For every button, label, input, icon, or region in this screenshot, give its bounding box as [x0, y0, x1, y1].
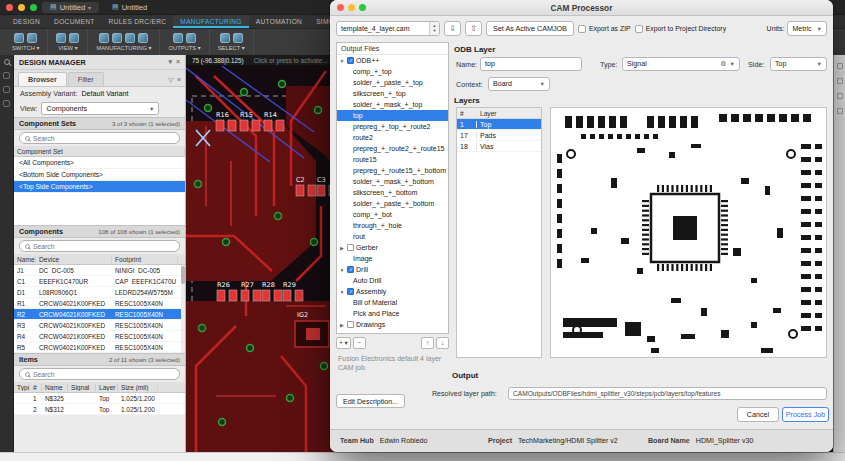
checkbox-box[interactable]	[635, 25, 643, 33]
tree-item-auto-drill[interactable]: Auto Drill	[337, 275, 448, 286]
tree-item-route15[interactable]: route15	[337, 154, 448, 165]
components-search-input[interactable]	[33, 243, 174, 250]
edit-description-button[interactable]: Edit Description...	[336, 394, 405, 408]
panel-icon[interactable]	[3, 86, 10, 93]
list-item[interactable]: 2N$312Top1.025/1.200	[14, 404, 185, 415]
checkbox[interactable]	[347, 57, 354, 64]
tree-item-solder-paste-bottom[interactable]: solder_+_paste_+_bottom	[337, 198, 448, 209]
tool-icon[interactable]	[27, 33, 37, 43]
menu-tab-design[interactable]: DESIGN	[6, 15, 47, 28]
gear-icon[interactable]: ⚙	[720, 60, 726, 68]
tree-item-assembly[interactable]: ▼Assembly	[337, 286, 448, 297]
search-icon[interactable]	[4, 59, 10, 65]
side-select[interactable]: Top ▼	[770, 57, 827, 71]
tree-item-prepreg-route15-bottom[interactable]: prepreg_+_route15_+_bottom	[337, 165, 448, 176]
component-set-column[interactable]: Component Set	[14, 148, 185, 155]
dialog-close-button[interactable]	[337, 4, 344, 11]
tool-icon[interactable]	[125, 33, 135, 43]
load-camjob-button[interactable]: ⇩	[444, 21, 461, 36]
component-set-row[interactable]: <All Components>	[14, 157, 185, 169]
dialog-zoom-button[interactable]	[359, 4, 366, 11]
set-active-camjob-button[interactable]: Set As Active CAMJOB	[486, 21, 574, 36]
tool-icon[interactable]	[112, 33, 122, 43]
tool-icon[interactable]	[99, 33, 109, 43]
column-header-signal[interactable]: Signal	[68, 384, 96, 391]
checkbox[interactable]	[347, 266, 354, 273]
items-search[interactable]	[19, 368, 180, 380]
panel-icon[interactable]	[837, 108, 843, 114]
tool-icon[interactable]	[14, 33, 24, 43]
pin-icon[interactable]: ≡	[177, 76, 181, 84]
cancel-button[interactable]: Cancel	[737, 407, 779, 422]
tool-icon[interactable]	[173, 33, 183, 43]
table-row[interactable]: R4CRCW04021K00FKEDRESC1005X40N	[14, 331, 185, 342]
export-zip-checkbox[interactable]: Export as ZIP	[578, 25, 631, 33]
table-row[interactable]: D1L08R0906Q1LEDRD254W5755M	[14, 287, 185, 298]
filter-icon[interactable]: ▽	[168, 76, 173, 84]
add-output-button[interactable]: + ▾	[336, 337, 351, 349]
checkbox[interactable]	[347, 321, 354, 328]
tree-item-comp-bot[interactable]: comp_+_bot	[337, 209, 448, 220]
column-header-layer[interactable]: Layer	[96, 384, 118, 391]
checkbox[interactable]	[347, 288, 354, 295]
tree-item-through-hole[interactable]: through_+_hole	[337, 220, 448, 231]
dialog-minimize-button[interactable]	[348, 4, 355, 11]
type-select[interactable]: Signal ⚙ ▼	[622, 57, 740, 71]
expander-icon[interactable]: ▶	[339, 322, 345, 328]
column-header-name[interactable]: Name	[14, 256, 36, 263]
tree-item-bill-of-material[interactable]: Bill of Material	[337, 297, 448, 308]
move-down-button[interactable]: ↓	[436, 337, 449, 349]
document-tab-1[interactable]: ▤ Untitled ▾	[42, 2, 99, 13]
dock-panel-icon[interactable]: ▾	[168, 58, 172, 66]
command-hint[interactable]: Click or press to activate...	[254, 57, 328, 64]
menu-tab-manufacturing[interactable]: MANUFACTURING	[173, 15, 248, 28]
column-header-device[interactable]: Device	[36, 256, 112, 263]
expander-icon[interactable]: ▼	[339, 289, 345, 295]
close-panel-icon[interactable]: ×	[176, 58, 180, 66]
chevron-down-icon[interactable]: ▾	[88, 4, 91, 11]
component-set-row[interactable]: <Top Side Components>	[14, 181, 185, 193]
scrollbar[interactable]	[181, 265, 185, 353]
expander-icon[interactable]: ▼	[339, 58, 345, 64]
tool-icon[interactable]	[138, 33, 148, 43]
context-select[interactable]: Board ▼	[488, 77, 550, 91]
tree-item-solder-paste-top[interactable]: solder_+_paste_+_top	[337, 77, 448, 88]
table-row[interactable]: R2CRCW04021K00FKEDRESC1005X40N	[14, 309, 185, 320]
components-search[interactable]	[19, 240, 180, 252]
tree-item-gerber[interactable]: ▶Gerber	[337, 242, 448, 253]
column-header-footprint[interactable]: Footprint	[112, 256, 178, 263]
units-select[interactable]: Metric ▼	[787, 21, 827, 36]
column-header-[interactable]: #	[30, 384, 42, 391]
checkbox-box[interactable]	[578, 25, 586, 33]
layer-row[interactable]: 17Pads	[457, 130, 541, 141]
view-select[interactable]: Components ▼	[41, 102, 159, 115]
items-search-input[interactable]	[33, 371, 174, 378]
column-header-name[interactable]: Name	[42, 384, 68, 391]
layer-name-field[interactable]	[480, 57, 582, 71]
tree-item-route2[interactable]: route2	[337, 132, 448, 143]
tree-item-silkscreen-top[interactable]: silkscreen_+_top	[337, 88, 448, 99]
tree-item-image[interactable]: Image	[337, 253, 448, 264]
checkbox[interactable]	[347, 244, 354, 251]
close-window-button[interactable]	[6, 4, 13, 11]
component-sets-search-input[interactable]	[33, 135, 174, 142]
component-set-row[interactable]: <Bottom Side Components>	[14, 169, 185, 181]
panel-icon[interactable]	[837, 78, 843, 84]
tree-item-pick-and-place[interactable]: Pick and Place	[337, 308, 448, 319]
table-row[interactable]: J1DC_DC-005NINIGI_DC-005	[14, 265, 185, 276]
expander-icon[interactable]: ▶	[339, 245, 345, 251]
column-header-type[interactable]: Type	[14, 384, 30, 391]
layers-column-[interactable]: #	[457, 110, 477, 117]
list-item[interactable]: 1N$325Top1.025/1.200	[14, 393, 185, 404]
tree-item-drawings[interactable]: ▶Drawings	[337, 319, 448, 330]
minimize-window-button[interactable]	[18, 4, 25, 11]
tool-icon[interactable]	[69, 33, 79, 43]
remove-output-button[interactable]: −	[353, 337, 366, 349]
tab-browser[interactable]: Browser	[18, 72, 67, 86]
process-job-button[interactable]: Process Job	[782, 407, 829, 422]
tree-item-prepreg-top-route2[interactable]: prepreg_+_top_+_route2	[337, 121, 448, 132]
tree-item-prepreg-route2-route15[interactable]: prepreg_+_route2_+_route15	[337, 143, 448, 154]
menu-tab-rules-drc-erc[interactable]: RULES DRC/ERC	[102, 15, 174, 28]
template-combobox[interactable]: template_4_layer.cam ▲▼	[336, 21, 440, 36]
dialog-titlebar[interactable]: CAM Processor	[330, 0, 833, 16]
